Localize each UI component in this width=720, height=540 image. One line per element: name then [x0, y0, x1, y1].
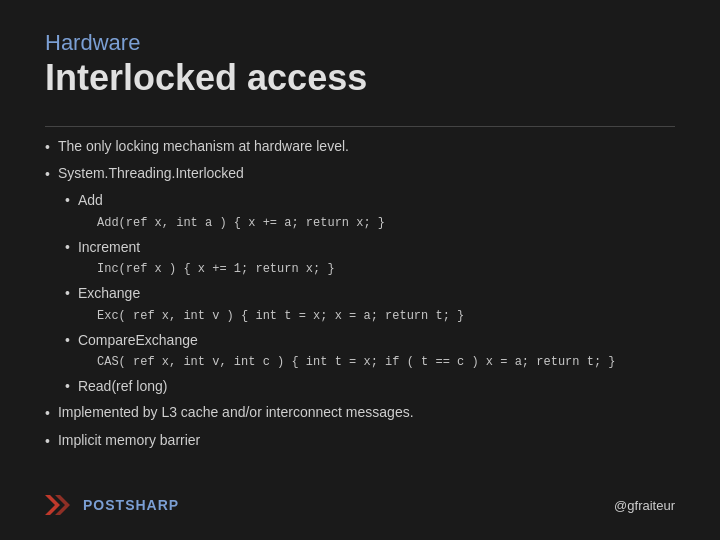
bullet-4: • Implicit memory barrier: [45, 429, 675, 452]
bullet-1-text: The only locking mechanism at hardware l…: [58, 135, 349, 157]
sub-label-increment: Increment: [78, 236, 140, 258]
sub-bullet-dot-cas: •: [65, 329, 70, 351]
sub-bullet-add: • Add: [65, 189, 675, 211]
sub-bullet-dot-exchange: •: [65, 282, 70, 304]
footer: POSTSHARP @gfraiteur: [45, 487, 675, 515]
logo-section: POSTSHARP: [45, 495, 179, 515]
bullet-dot-4: •: [45, 430, 50, 452]
twitter-handle: @gfraiteur: [614, 498, 675, 513]
sub-label-read: Read(ref long): [78, 375, 168, 397]
bullet-2: • System.Threading.Interlocked: [45, 162, 675, 185]
code-increment: Inc(ref x ) { x += 1; return x; }: [65, 260, 675, 280]
logo-prefix: POST: [83, 497, 125, 513]
sub-bullet-dot-read: •: [65, 375, 70, 397]
sub-bullet-read: • Read(ref long): [65, 375, 675, 397]
bullet-dot-2: •: [45, 163, 50, 185]
sub-bullet-cas: • CompareExchange: [65, 329, 675, 351]
svg-marker-0: [45, 495, 60, 515]
title-section: Hardware Interlocked access: [45, 30, 675, 100]
sub-bullet-dot-increment: •: [65, 236, 70, 258]
code-exchange: Exc( ref x, int v ) { int t = x; x = a; …: [65, 307, 675, 327]
sub-label-exchange: Exchange: [78, 282, 140, 304]
bullet-dot-3: •: [45, 402, 50, 424]
postsharp-logo-icon: [45, 495, 75, 515]
bullet-3: • Implemented by L3 cache and/or interco…: [45, 401, 675, 424]
logo-text: POSTSHARP: [83, 497, 179, 513]
code-increment-text: Inc(ref x ) { x += 1; return x; }: [97, 262, 335, 276]
code-add: Add(ref x, int a ) { x += a; return x; }: [65, 214, 675, 234]
sub-bullet-exchange: • Exchange: [65, 282, 675, 304]
bullet-dot-1: •: [45, 136, 50, 158]
bullet-2-text: System.Threading.Interlocked: [58, 162, 244, 184]
code-cas-text: CAS( ref x, int v, int c ) { int t = x; …: [97, 355, 615, 369]
sub-label-add: Add: [78, 189, 103, 211]
bullet-3-text: Implemented by L3 cache and/or interconn…: [58, 401, 414, 423]
sub-section: • Add Add(ref x, int a ) { x += a; retur…: [65, 189, 675, 397]
sub-bullet-dot-add: •: [65, 189, 70, 211]
bullet-1: • The only locking mechanism at hardware…: [45, 135, 675, 158]
content-area: • The only locking mechanism at hardware…: [45, 135, 675, 487]
code-exchange-text: Exc( ref x, int v ) { int t = x; x = a; …: [97, 309, 464, 323]
title-main: Interlocked access: [45, 56, 675, 99]
bullet-4-text: Implicit memory barrier: [58, 429, 200, 451]
code-add-text: Add(ref x, int a ) { x += a; return x; }: [97, 216, 385, 230]
title-hardware: Hardware: [45, 30, 675, 56]
title-divider: [45, 126, 675, 127]
code-cas: CAS( ref x, int v, int c ) { int t = x; …: [65, 353, 675, 373]
slide: Hardware Interlocked access • The only l…: [0, 0, 720, 540]
sub-bullet-increment: • Increment: [65, 236, 675, 258]
logo-suffix: SHARP: [125, 497, 179, 513]
sub-label-cas: CompareExchange: [78, 329, 198, 351]
